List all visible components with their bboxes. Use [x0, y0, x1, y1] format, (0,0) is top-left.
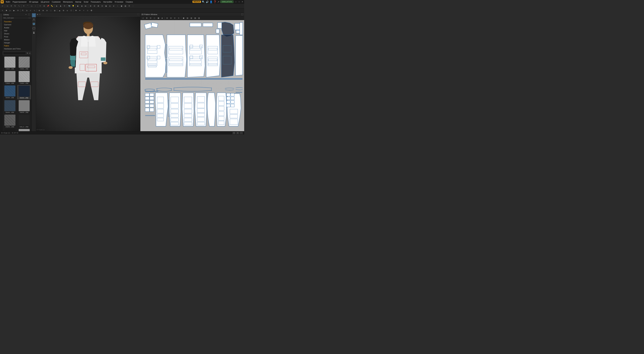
pattern-expand-btn[interactable]: ⛶ [241, 13, 243, 15]
viewport-expand-btn[interactable]: ⛶ [138, 13, 139, 15]
sub-tool2[interactable]: ✱ [4, 9, 8, 12]
tool-a12[interactable]: ⋮ [131, 4, 135, 8]
icon-garment-btn[interactable] [32, 13, 36, 17]
status-btn2[interactable]: ⊟ [236, 132, 239, 134]
v-tab-2[interactable] [0, 22, 2, 30]
icon-person-btn[interactable] [32, 31, 36, 35]
search-input[interactable] [3, 52, 26, 55]
menu-settings[interactable]: Настройки [102, 0, 113, 3]
fabric-item-8[interactable]: Interlin...zfab [3, 114, 16, 128]
stitch-tool[interactable]: ⊕ [42, 4, 46, 8]
measure-tool[interactable]: 📏 [50, 4, 54, 8]
menu-help[interactable]: Справка [124, 0, 134, 3]
tool-a4[interactable]: ⊡ [100, 4, 104, 8]
fabric-item-6[interactable]: Denim...zfab [3, 100, 16, 114]
pattern-canvas[interactable] [140, 20, 244, 131]
sub-tool5[interactable]: ⟳ [16, 9, 20, 12]
pt-tool5[interactable]: ▦ [156, 16, 160, 20]
sub-tool20[interactable]: ✦ [78, 9, 82, 12]
tool-a7[interactable]: ● [112, 4, 116, 8]
help-icon[interactable]: ❓ [214, 0, 216, 3]
tool-a6[interactable]: ◎ [108, 4, 112, 8]
tool-a5[interactable]: ◉ [104, 4, 108, 8]
icon-folder-btn[interactable] [32, 26, 36, 30]
tool-a9[interactable]: ▣ [120, 4, 123, 8]
v-tab-1[interactable] [0, 13, 2, 22]
pt-tool3[interactable]: ⊟ [149, 16, 152, 20]
menu-sewing[interactable]: Сшивание [51, 0, 62, 3]
pin-tool[interactable]: 📌 [46, 4, 50, 8]
tab-hanger[interactable]: Hanger [2, 41, 32, 44]
tab-pose[interactable]: Pose [2, 35, 32, 38]
file-expand-icon[interactable]: ⛶ [29, 17, 30, 19]
status-btn1[interactable]: ⊞ [232, 132, 236, 134]
fabric-item-4[interactable]: Denim...zfab [3, 85, 16, 99]
tool-a2[interactable]: ⊟ [92, 4, 96, 8]
viewport-play-btn[interactable]: ▶ [37, 13, 38, 15]
sub-tool17[interactable]: ⧈ [66, 9, 69, 12]
fabric-item-5[interactable]: Denim...zfab [17, 85, 31, 99]
sub-tool10[interactable]: ⊕ [38, 9, 41, 12]
library-expand-btn[interactable]: ⛶ [28, 13, 30, 16]
pt-tool10[interactable]: ⊙ [177, 16, 180, 20]
sub-tool19[interactable]: ❋ [74, 9, 78, 12]
sub-tool7[interactable]: ⇲ [25, 9, 28, 12]
menu-3dcloth[interactable]: 3D одежда [28, 0, 39, 3]
user-icon[interactable]: 👤 [210, 0, 212, 3]
pt-tool14[interactable]: ▧ [193, 16, 197, 20]
select-tool[interactable]: ◻ [6, 4, 9, 8]
rect-tool[interactable]: ▭ [30, 4, 33, 8]
fabric-item-11[interactable]: Knit_Fl...zfab [17, 129, 31, 131]
volume-icon[interactable]: 🔊 [206, 0, 209, 3]
sub-tool22[interactable]: ✩ [86, 9, 90, 12]
tool-a10[interactable]: ▨ [124, 4, 127, 8]
scale-tool[interactable]: ⤡ [17, 4, 21, 8]
undo-btn[interactable]: ↩ [1, 4, 4, 8]
tab-avatar[interactable]: Avatar [2, 26, 32, 29]
pt-tool9[interactable]: ⊘ [173, 16, 176, 20]
scissors-tool[interactable]: ✂ [38, 4, 42, 8]
fabric-item-9[interactable]: Knit_C...zfab [17, 114, 31, 128]
pt-tool7[interactable]: ⊕ [165, 16, 169, 20]
tab-fabric[interactable]: Fabric [2, 44, 32, 47]
sub-tool15[interactable]: ☁ [58, 9, 62, 12]
pt-tool11[interactable]: ▣ [182, 16, 185, 20]
viewport-pause-btn[interactable]: ⏸ [39, 13, 41, 15]
tab-motion[interactable]: Motion [2, 38, 32, 41]
bezier-tool[interactable]: ⌒ [26, 4, 30, 8]
step-tool[interactable]: ⏭ [84, 4, 88, 8]
sub-tool9[interactable]: ⤡ [32, 9, 36, 12]
status-btn3[interactable]: ⛶ [240, 132, 243, 134]
sub-tool14[interactable]: ◍ [53, 9, 56, 12]
sub-tool11[interactable]: ⊗ [41, 9, 45, 12]
tab-hardware[interactable]: Hardware and Trims [2, 47, 32, 50]
stop-tool[interactable]: ■ [80, 4, 84, 8]
pt-tool15[interactable]: ▨ [197, 16, 201, 20]
fabric-item-0[interactable]: Cotton...zfab [3, 56, 16, 70]
fabric-item-10[interactable]: Knit_C...zfab [3, 129, 16, 131]
menu-edit[interactable]: Редактирование [12, 0, 28, 3]
sub-tool23[interactable]: ✪ [90, 9, 93, 12]
fabric-item-3[interactable]: Cotton...zfab [17, 71, 31, 84]
icon-avatar-btn[interactable] [32, 17, 36, 22]
close-btn[interactable]: ✕ [241, 1, 244, 3]
tab-shoes[interactable]: Shoes [2, 32, 32, 35]
render-tool[interactable]: ▶ [76, 4, 80, 8]
minimize-btn[interactable]: — [234, 1, 237, 3]
reset-tool[interactable]: ⟲ [62, 4, 66, 8]
search-view-btn[interactable]: ≡ [29, 52, 31, 55]
search-refresh-btn[interactable]: ↻ [26, 52, 28, 55]
fabric-item-1[interactable]: Cotton...zfab [17, 56, 31, 70]
menu-materials[interactable]: Материалы [62, 0, 74, 3]
pt-tool2[interactable]: ⊞ [145, 16, 148, 20]
material-tool[interactable]: ◈ [55, 4, 58, 8]
sub-tool3[interactable]: ▷ [8, 9, 12, 12]
icon-screen-btn[interactable] [32, 22, 36, 26]
sub-tool12[interactable]: ⊘ [45, 9, 49, 12]
menu-script[interactable]: Script [83, 0, 90, 3]
library-add-btn[interactable]: + [25, 13, 27, 16]
tool-a3[interactable]: ⊠ [96, 4, 100, 8]
share-icon[interactable]: ↗ [217, 0, 219, 3]
pt-tool4[interactable]: ◻ [152, 16, 156, 20]
tab-garment[interactable]: Garment [2, 23, 32, 26]
